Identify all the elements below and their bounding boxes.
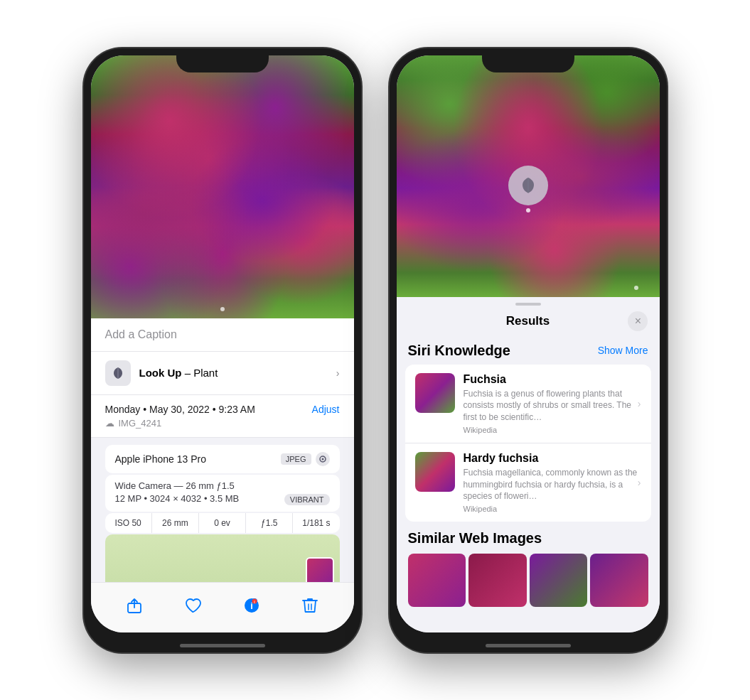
exif-ev: 0 ev bbox=[199, 513, 246, 533]
trash-icon bbox=[302, 597, 318, 614]
map-area[interactable] bbox=[105, 534, 340, 582]
exif-aperture: ƒ1.5 bbox=[246, 513, 293, 533]
vibrant-badge: VIBRANT bbox=[284, 494, 330, 505]
fuchsia-source: Wikipedia bbox=[464, 426, 641, 434]
photo-dot-indicator bbox=[220, 307, 225, 311]
home-bar bbox=[180, 644, 265, 647]
similar-image-3[interactable] bbox=[530, 554, 588, 607]
delete-button[interactable] bbox=[297, 593, 323, 618]
hardy-desc: Fuchsia magellanica, commonly known as t… bbox=[464, 467, 641, 502]
left-home-indicator bbox=[84, 640, 361, 652]
device-section: Apple iPhone 13 Pro JPEG Wide Camera — 2… bbox=[91, 438, 354, 582]
close-x-icon: × bbox=[635, 315, 641, 328]
right-home-indicator bbox=[390, 640, 667, 652]
exif-iso: ISO 50 bbox=[105, 513, 152, 533]
fuchsia-name: Fuchsia bbox=[464, 373, 641, 386]
siri-knowledge-header: Siri Knowledge Show More bbox=[397, 338, 660, 365]
map-background bbox=[105, 534, 340, 582]
camera-spec2: 12 MP • 3024 × 4032 • 3.5 MB bbox=[115, 493, 240, 504]
similar-image-1[interactable] bbox=[408, 554, 466, 607]
flower-image bbox=[91, 55, 354, 318]
knowledge-item-fuchsia[interactable]: Fuchsia Fuchsia is a genus of flowering … bbox=[405, 365, 651, 443]
filename-text: IMG_4241 bbox=[119, 418, 162, 429]
camera-circle-icon bbox=[318, 455, 327, 463]
share-button[interactable] bbox=[122, 593, 147, 618]
bottom-toolbar: i i bbox=[91, 582, 354, 632]
camera-badge-icon bbox=[316, 452, 330, 466]
results-handle[interactable] bbox=[397, 297, 660, 308]
right-home-bar bbox=[486, 644, 571, 647]
hardy-arrow-icon: › bbox=[638, 477, 641, 488]
hardy-name: Hardy fuchsia bbox=[464, 452, 641, 465]
date-section: Monday • May 30, 2022 • 9:23 AM Adjust ☁… bbox=[91, 395, 354, 438]
device-row: Apple iPhone 13 Pro JPEG bbox=[105, 445, 340, 473]
left-phone-notch bbox=[176, 48, 269, 72]
left-phone: Add a Caption Look Up – Plant › Mon bbox=[84, 48, 361, 652]
lookup-arrow-icon: › bbox=[336, 367, 340, 379]
svg-point-1 bbox=[321, 458, 323, 460]
exif-focal: 26 mm bbox=[152, 513, 199, 533]
handle-bar bbox=[515, 303, 541, 306]
siri-knowledge-title: Siri Knowledge bbox=[408, 343, 510, 359]
device-name: Apple iPhone 13 Pro bbox=[115, 453, 206, 465]
hardy-thumbnail bbox=[415, 452, 455, 492]
close-button[interactable]: × bbox=[628, 311, 648, 331]
fuchsia-content: Fuchsia Fuchsia is a genus of flowering … bbox=[464, 373, 641, 434]
right-phone: Results × Siri Knowledge Show More Fuchs… bbox=[390, 48, 667, 652]
fuchsia-thumbnail bbox=[415, 373, 455, 413]
favorite-button[interactable] bbox=[180, 593, 205, 618]
lookup-connector-dot bbox=[526, 208, 530, 212]
similar-image-2[interactable] bbox=[468, 554, 527, 607]
device-badges: JPEG bbox=[281, 452, 330, 466]
right-phone-notch bbox=[482, 48, 574, 72]
results-title: Results bbox=[506, 314, 550, 328]
lookup-label: Look Up – Plant bbox=[139, 367, 218, 379]
info-icon: i i bbox=[243, 597, 260, 614]
results-panel: Results × Siri Knowledge Show More Fuchs… bbox=[397, 297, 660, 632]
date-text: Monday • May 30, 2022 • 9:23 AM bbox=[105, 404, 255, 415]
format-badge: JPEG bbox=[281, 453, 311, 465]
camera-spec1: Wide Camera — 26 mm ƒ1.5 bbox=[115, 480, 330, 491]
exif-shutter: 1/181 s bbox=[293, 513, 339, 533]
share-icon bbox=[126, 597, 143, 614]
fuchsia-arrow-icon: › bbox=[638, 398, 641, 409]
similar-section: Similar Web Images bbox=[397, 526, 660, 613]
knowledge-item-hardy[interactable]: Hardy fuchsia Fuchsia magellanica, commo… bbox=[405, 443, 651, 522]
right-photo-area bbox=[397, 55, 660, 297]
similar-title: Similar Web Images bbox=[408, 530, 648, 546]
info-button[interactable]: i i bbox=[239, 593, 264, 618]
fuchsia-desc: Fuchsia is a genus of flowering plants t… bbox=[464, 388, 641, 424]
visual-lookup-button[interactable] bbox=[508, 166, 548, 205]
exif-row: ISO 50 26 mm 0 ev ƒ1.5 1/181 s bbox=[105, 513, 340, 533]
similar-image-4[interactable] bbox=[590, 554, 648, 607]
right-phone-screen: Results × Siri Knowledge Show More Fuchs… bbox=[397, 55, 660, 632]
photo-info-section: Add a Caption Look Up – Plant › Mon bbox=[91, 318, 354, 582]
map-photo-thumbnail bbox=[306, 557, 334, 582]
cloud-icon: ☁ bbox=[105, 418, 114, 429]
right-photo-dot bbox=[634, 286, 638, 290]
knowledge-card: Fuchsia Fuchsia is a genus of flowering … bbox=[405, 365, 651, 522]
visual-lookup-leaf-icon bbox=[518, 176, 538, 195]
results-header: Results × bbox=[397, 308, 660, 338]
heart-icon bbox=[184, 597, 201, 614]
flower-photo-area[interactable] bbox=[91, 55, 354, 318]
similar-images-row bbox=[408, 554, 648, 607]
leaf-icon bbox=[111, 366, 125, 380]
caption-area[interactable]: Add a Caption bbox=[91, 318, 354, 352]
show-more-button[interactable]: Show More bbox=[598, 345, 648, 356]
hardy-content: Hardy fuchsia Fuchsia magellanica, commo… bbox=[464, 452, 641, 513]
adjust-button[interactable]: Adjust bbox=[312, 404, 340, 415]
caption-placeholder[interactable]: Add a Caption bbox=[105, 328, 177, 340]
lookup-icon bbox=[105, 360, 131, 386]
hardy-source: Wikipedia bbox=[464, 505, 641, 513]
lookup-row[interactable]: Look Up – Plant › bbox=[91, 352, 354, 395]
camera-details: Wide Camera — 26 mm ƒ1.5 12 MP • 3024 × … bbox=[105, 475, 340, 512]
left-phone-screen: Add a Caption Look Up – Plant › Mon bbox=[91, 55, 354, 632]
